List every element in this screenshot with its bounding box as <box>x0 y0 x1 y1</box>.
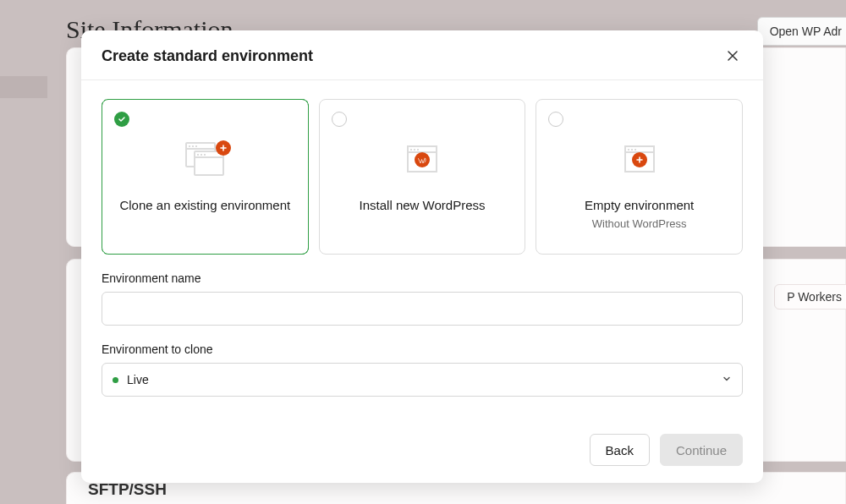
plus-badge-icon <box>216 140 231 156</box>
option-subtitle: Without WordPress <box>592 217 687 230</box>
continue-button[interactable]: Continue <box>660 434 743 466</box>
plus-badge-icon <box>632 152 647 167</box>
chevron-down-icon <box>722 372 732 387</box>
radio-unselected-icon <box>332 112 347 127</box>
option-title: Empty environment <box>585 198 694 212</box>
option-clone-existing[interactable]: Clone an existing environment <box>102 99 309 255</box>
environment-to-clone-field: Environment to clone Live <box>102 342 743 397</box>
select-value: Live <box>127 373 149 386</box>
radio-unselected-icon <box>548 112 563 127</box>
option-title: Install new WordPress <box>360 198 486 212</box>
back-button[interactable]: Back <box>590 434 650 466</box>
close-button[interactable] <box>722 46 743 66</box>
modal-title: Create standard environment <box>102 47 313 65</box>
radio-selected-icon <box>114 112 129 127</box>
environment-name-field: Environment name <box>102 271 743 326</box>
modal-header: Create standard environment <box>81 30 763 80</box>
status-dot-icon <box>113 377 118 383</box>
environment-name-label: Environment name <box>102 271 743 285</box>
option-install-wordpress[interactable]: Install new WordPress <box>319 99 526 255</box>
modal-overlay: Create standard environment <box>0 0 846 504</box>
clone-windows-icon <box>182 142 228 181</box>
modal-body: Clone an existing environment Install ne… <box>81 80 763 397</box>
environment-to-clone-label: Environment to clone <box>102 342 743 356</box>
environment-to-clone-select[interactable]: Live <box>102 363 743 397</box>
environment-name-input[interactable] <box>102 292 743 326</box>
modal-footer: Back Continue <box>81 420 763 483</box>
close-icon <box>728 51 738 61</box>
create-environment-modal: Create standard environment <box>81 30 763 483</box>
option-title: Clone an existing environment <box>119 198 290 212</box>
wordpress-window-icon <box>399 142 445 181</box>
option-empty-environment[interactable]: Empty environment Without WordPress <box>536 99 743 255</box>
wordpress-logo-icon <box>415 152 430 167</box>
environment-options: Clone an existing environment Install ne… <box>102 99 743 255</box>
empty-window-icon <box>617 142 662 181</box>
